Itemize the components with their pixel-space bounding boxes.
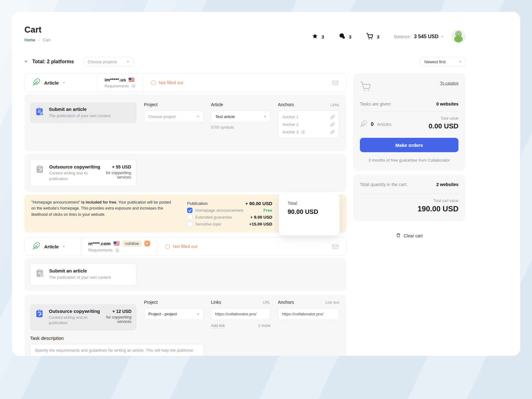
platform-1-status: Not filled out [143, 74, 332, 92]
platform-1-site: im*****.us Requirements [97, 74, 143, 92]
chevron-down-icon [63, 82, 65, 84]
clear-cart-button[interactable]: Clear cart [353, 233, 465, 239]
submit-article-subtitle: The publication of your own content [49, 275, 124, 281]
articles-count: 0 [371, 122, 374, 127]
project-value: Choose project [148, 114, 176, 119]
favorites-counter[interactable]: 3 [312, 33, 324, 40]
info-icon[interactable] [131, 84, 136, 88]
anchor-url-input[interactable] [278, 308, 339, 320]
submit-article-option[interactable]: Submit an article The publication of you… [30, 102, 136, 123]
avatar[interactable] [451, 29, 466, 44]
choose-projects-select[interactable]: Choose projects [83, 57, 133, 66]
outsource-note: for copywriting services [99, 315, 131, 326]
clear-cart-label: Clear cart [404, 233, 423, 238]
article-field: Article Test article 5700 symbols [211, 102, 270, 130]
sensitive-topic-price: +15.00 USD [249, 222, 272, 226]
add-link-button[interactable]: Add link [211, 324, 225, 329]
cart-value-amount: 190.00 USD [360, 205, 458, 213]
messages-count: 3 [349, 34, 351, 39]
links-column-label: Links [330, 103, 339, 107]
balance-label: Balance: [394, 34, 411, 39]
outsource-copywriting-option[interactable]: Outsource copywriting + 55 USD Content w… [30, 159, 136, 186]
homepage-announcement-checkbox[interactable] [187, 208, 192, 213]
submit-article-subtitle: The publication of your own content [49, 113, 124, 119]
task-description-label: Task description [30, 335, 341, 341]
platform-1-type-select[interactable]: Article [25, 74, 97, 92]
divider [360, 111, 458, 112]
info-icon[interactable] [115, 248, 120, 253]
topbar: Cart Home • Cart 3 3 3 Balance: 3 54 [24, 25, 466, 44]
links-label: Links [211, 300, 221, 305]
extended-guarantee-label: Extended guarantee [195, 215, 232, 220]
chat-icon [339, 33, 345, 40]
link-text-column-label: Link text [325, 300, 339, 305]
chevron-down-icon [441, 36, 444, 38]
more-links-label: 2 more [258, 324, 270, 329]
outsource-copywriting-option[interactable]: Outsource copywriting + 12 USD Content w… [30, 304, 136, 330]
order-summary-sidebar: To catalog Tasks are given: 0 websites 0… [353, 73, 465, 239]
order-summary-card: To catalog Tasks are given: 0 websites 0… [353, 73, 465, 171]
platform-2-status-text: Not filled out [173, 244, 197, 249]
divider [360, 193, 458, 194]
page-title: Cart [24, 25, 50, 35]
homepage-announcement-price: Free [263, 208, 272, 213]
to-catalog-link[interactable]: To catalog [440, 81, 458, 86]
breadcrumb: Home • Cart [24, 38, 50, 42]
cart-quantity-label: Total quantity in the cart: [360, 182, 407, 187]
project-label: Project [144, 300, 203, 305]
make-orders-button[interactable]: Make orders [360, 138, 458, 152]
platform-1-status-text: Not filled out [159, 80, 183, 85]
article-value: Test article [215, 114, 235, 119]
total-value-amount: 0.00 USD [429, 122, 458, 130]
info-icon[interactable] [301, 130, 305, 134]
cart-quantity-value: 2 websites [436, 182, 458, 187]
requirements-label: Requirements [88, 248, 113, 252]
outsource-price: + 12 USD [112, 309, 131, 314]
platform-2-site: m****.com nofollow Requirements [81, 237, 157, 256]
cart-count: 3 [377, 34, 379, 39]
anchor-row: Anchor 3 [282, 129, 335, 135]
star-icon [312, 33, 318, 40]
platform-1-domain: im*****.us [105, 77, 126, 82]
toolbar: Total: 2 platforms Choose projects Newes… [24, 57, 466, 66]
anchors-field: Anchors Links Anchor 1 Anchor 2 [278, 102, 339, 138]
messages-counter[interactable]: 3 [339, 33, 351, 40]
outsource-subtitle: Content writing and its publication [49, 171, 96, 182]
platform-1-outsource-section: Outsource copywriting + 55 USD Content w… [24, 154, 346, 192]
title-block: Cart Home • Cart [24, 25, 50, 42]
cart-icon [360, 81, 371, 93]
project-select[interactable]: Choose project [144, 111, 203, 122]
extended-guarantee-price: + 9.00 USD [250, 215, 272, 220]
platform-2-message-button[interactable] [332, 237, 346, 256]
extended-guarantee-checkbox[interactable] [187, 215, 192, 220]
cart-value-label: Total cart value [360, 199, 458, 203]
cart-counter[interactable]: 3 [366, 33, 379, 41]
breadcrumb-home[interactable]: Home [24, 38, 35, 42]
project-field: Project Project - project [144, 300, 203, 320]
anchor-row: Anchor 1 [282, 114, 335, 120]
sensitive-topic-checkbox[interactable] [187, 221, 192, 227]
project-label: Project [144, 102, 203, 107]
homepage-announcement-label: Homepage announcement [195, 208, 243, 213]
collapse-caret-icon[interactable] [24, 61, 28, 63]
sort-select[interactable]: Newest first [420, 57, 466, 66]
link-icon[interactable] [330, 115, 335, 119]
anchors-label: Anchors [278, 102, 294, 107]
link-url-input[interactable] [211, 308, 270, 320]
balance[interactable]: Balance: 3 545 USD [394, 34, 444, 39]
choose-projects-value: Choose projects [88, 60, 117, 64]
platform-1-message-button[interactable] [332, 74, 346, 92]
trash-icon [396, 233, 401, 239]
articles-label: Articles [377, 122, 391, 127]
link-icon[interactable] [330, 122, 335, 127]
link-icon[interactable] [330, 130, 335, 134]
cart-totals-card: Total quantity in the cart: 2 websites T… [353, 174, 465, 221]
task-description-input[interactable] [30, 344, 204, 356]
comment-icon[interactable] [145, 241, 150, 246]
project-select[interactable]: Project - project [144, 308, 203, 320]
platform-2-type-select[interactable]: Article [25, 237, 81, 256]
submit-article-option[interactable]: Submit an article The publication of you… [30, 263, 136, 285]
article-select[interactable]: Test article [211, 111, 270, 122]
requirements-label: Requirements [105, 84, 129, 88]
total-value-label: Total value [429, 116, 458, 121]
